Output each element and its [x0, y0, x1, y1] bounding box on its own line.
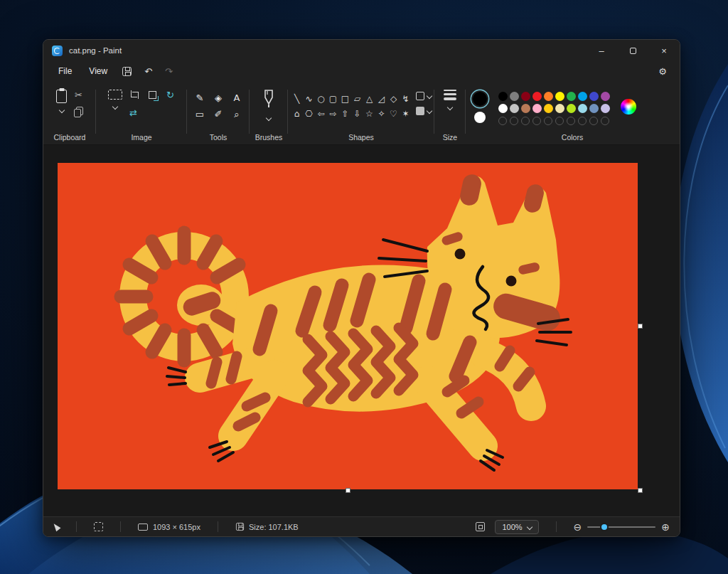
shape-outline-button[interactable]: [416, 92, 432, 100]
custom-color-slot[interactable]: [555, 117, 564, 125]
canvas-resize-handle-right[interactable]: [638, 324, 643, 329]
resize-button[interactable]: [149, 91, 156, 99]
zoom-slider[interactable]: [587, 522, 655, 532]
color-swatch-#ffc90e[interactable]: [544, 104, 553, 113]
color-swatch-#99d9ea[interactable]: [578, 104, 587, 113]
color-swatch-#ed1c24[interactable]: [532, 92, 542, 101]
custom-color-slot[interactable]: [567, 117, 575, 125]
color-swatch-#3f48cc[interactable]: [589, 92, 599, 101]
pencil-tool[interactable]: ✎: [191, 90, 209, 106]
shape-diamond[interactable]: ◇: [387, 91, 400, 106]
zoom-slider-thumb[interactable]: [600, 523, 609, 531]
color-swatch-#ffffff[interactable]: [498, 104, 508, 113]
canvas-resize-handle-bottom[interactable]: [346, 488, 350, 493]
color-swatch-#c3c3c3[interactable]: [510, 104, 519, 113]
settings-button[interactable]: ⚙: [653, 64, 673, 79]
custom-color-slot[interactable]: [498, 117, 507, 125]
shape-rounded-rectangle[interactable]: ▢: [327, 91, 339, 106]
canvas-resize-handle-corner[interactable]: [638, 488, 643, 493]
cut-button[interactable]: ✂: [75, 90, 82, 100]
shape-line[interactable]: ╲: [291, 91, 303, 106]
color-swatch-#c8bfe7[interactable]: [601, 104, 610, 113]
rotate-button[interactable]: ↻: [166, 90, 174, 100]
color-swatch-#b97a57[interactable]: [521, 104, 530, 113]
window-title: cat.png - Paint: [69, 46, 122, 55]
custom-color-slot[interactable]: [521, 117, 530, 125]
shape-lightning[interactable]: ↯: [400, 91, 412, 106]
custom-color-slot[interactable]: [532, 117, 541, 125]
statusbar-divider: [76, 521, 77, 532]
shape-pentagon[interactable]: ⌂: [291, 106, 303, 121]
magnifier-tool[interactable]: ⌕: [228, 106, 246, 122]
color-swatch-#00a2e8[interactable]: [578, 92, 587, 101]
shape-fill-button[interactable]: [416, 107, 432, 115]
flip-button[interactable]: ⇄: [129, 107, 137, 118]
shape-rectangle[interactable]: □: [339, 91, 351, 106]
canvas[interactable]: [58, 163, 638, 489]
fill-tool[interactable]: ◈: [209, 90, 228, 106]
eraser-tool[interactable]: ▭: [191, 106, 209, 122]
text-tool[interactable]: A: [228, 90, 246, 106]
shape-star[interactable]: ☆: [363, 106, 375, 121]
custom-color-slot[interactable]: [601, 117, 609, 125]
zoom-to-fit-icon[interactable]: [476, 522, 485, 531]
color-swatch-#880015[interactable]: [521, 92, 530, 101]
shape-heart[interactable]: ♡: [387, 106, 400, 121]
close-button[interactable]: ×: [648, 40, 680, 61]
edit-colors-button[interactable]: [621, 99, 636, 115]
custom-color-slot[interactable]: [510, 117, 518, 125]
shape-triangle[interactable]: △: [363, 91, 375, 106]
zoom-in-button[interactable]: ⊕: [661, 521, 670, 533]
color-swatch-#fff200[interactable]: [555, 92, 564, 101]
custom-color-slot[interactable]: [589, 117, 598, 125]
zoom-level-dropdown[interactable]: 100%: [495, 520, 538, 534]
color-swatch-#7092be[interactable]: [589, 104, 599, 113]
copy-button[interactable]: [74, 107, 83, 117]
paste-button[interactable]: [56, 90, 67, 112]
shape-arrow-down[interactable]: ⇩: [351, 106, 363, 121]
menu-file[interactable]: File: [50, 63, 80, 79]
crop-button[interactable]: [129, 90, 139, 100]
color-swatch-#22b14c[interactable]: [567, 92, 576, 101]
color2-swatch[interactable]: [474, 112, 486, 123]
file-size-status: Size: 107.1KB: [235, 522, 299, 531]
maximize-button[interactable]: [617, 40, 648, 61]
color-swatch-#b5e61d[interactable]: [567, 104, 576, 113]
brushes-button[interactable]: [262, 90, 275, 120]
shape-six-point-star[interactable]: ✶: [400, 106, 412, 121]
shape-right-triangle[interactable]: ◿: [375, 91, 387, 106]
shape-arrow-left[interactable]: ⇦: [315, 106, 327, 121]
titlebar[interactable]: cat.png - Paint – ×: [43, 40, 680, 61]
shape-arrow-right[interactable]: ⇨: [327, 106, 339, 121]
redo-button[interactable]: ↷: [159, 64, 178, 79]
color-swatch-#ff7f27[interactable]: [544, 92, 553, 101]
color1-selected-swatch[interactable]: [473, 92, 487, 106]
shape-fill-icon: [416, 107, 424, 115]
shape-oval[interactable]: ○: [315, 91, 327, 106]
color-swatch-#a349a4[interactable]: [601, 92, 610, 101]
size-button[interactable]: [444, 90, 456, 110]
minimize-button[interactable]: –: [586, 40, 617, 61]
shape-four-point-star[interactable]: ✧: [375, 106, 387, 121]
shape-parallelogram[interactable]: ▱: [351, 91, 363, 106]
copy-icon: [74, 107, 83, 117]
shape-arrow-up[interactable]: ⇧: [339, 106, 351, 121]
shape-hexagon[interactable]: ⎔: [303, 106, 315, 121]
custom-color-slot[interactable]: [578, 117, 587, 125]
save-button[interactable]: [117, 65, 137, 78]
undo-button[interactable]: ↶: [139, 64, 158, 79]
select-button[interactable]: [108, 90, 122, 109]
zoom-out-button[interactable]: ⊖: [574, 521, 582, 533]
group-label-shapes: Shapes: [288, 133, 434, 142]
color-swatch-#000000[interactable]: [498, 92, 508, 101]
shape-curve[interactable]: ∿: [303, 91, 315, 106]
color-swatch-#7f7f7f[interactable]: [510, 92, 519, 101]
custom-color-slot[interactable]: [544, 117, 552, 125]
eyedropper-tool[interactable]: ✐: [209, 106, 228, 122]
color-swatch-#efe4b0[interactable]: [555, 104, 564, 113]
brush-icon: [262, 90, 275, 111]
chevron-down-icon: [266, 115, 272, 121]
desktop: cat.png - Paint – × File View ↶ ↷ ⚙: [0, 0, 728, 574]
menu-view[interactable]: View: [81, 63, 115, 79]
color-swatch-#ffaec9[interactable]: [532, 104, 542, 113]
